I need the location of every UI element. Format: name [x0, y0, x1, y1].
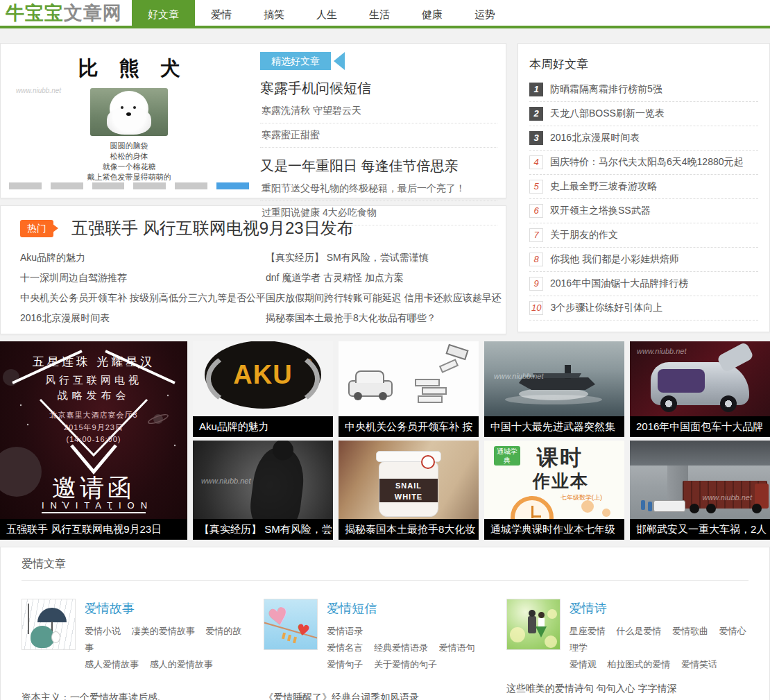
carousel-indicator[interactable] — [9, 182, 42, 189]
site-header: 牛宝宝 文章网 好文章 爱情 搞笑 人生 生活 健康 运势 — [0, 0, 770, 28]
weekly-item[interactable]: 5史上最全野三坡春游攻略 — [529, 175, 758, 199]
love-messages-thumbnail[interactable]: ♥ ♥ — [264, 599, 318, 650]
weekly-sidebar: 本周好文章 1防晒霜隔离霜排行榜前5强 2天龙八部BOSS刷新一览表 32016… — [517, 43, 770, 332]
hot-headline[interactable]: 五强联手 风行互联网电视9月23日发布 — [71, 217, 354, 239]
featured-article-title[interactable]: 又是一年重阳日 每逢佳节倍思亲 — [260, 157, 497, 176]
grid-tile-aircraft-carrier[interactable]: www.niubb.net 中国十大最先进武器突然集 — [484, 341, 624, 437]
love-column-poems: 爱情诗 星座爱情 什么是爱情 爱情歌曲 爱情心理学 爱情观 柏拉图式的爱情 爱情… — [506, 599, 748, 700]
tag-link[interactable]: 爱情歌曲 — [672, 626, 708, 636]
tag-link[interactable]: 爱情句子 — [327, 659, 363, 669]
tag-link[interactable]: 感人的爱情故事 — [150, 659, 213, 669]
dinosaur-illustration — [31, 626, 54, 648]
rank-badge: 2 — [529, 107, 543, 121]
love-stories-thumbnail[interactable] — [22, 599, 76, 650]
grid-tile-van[interactable]: www.niubb.net 2016年中国面包车十大品牌 — [630, 341, 770, 437]
featured-article-link[interactable]: 寒露洗清秋 守望碧云天 — [260, 99, 497, 123]
watermark: www.niubb.net — [702, 493, 752, 502]
hot-link[interactable]: 【真实经历】 SM有风险，尝试需谨慎 — [266, 248, 502, 268]
tile-caption: 中国十大最先进武器突然集 — [484, 416, 624, 437]
tag-link[interactable]: 什么是爱情 — [616, 626, 661, 636]
weekly-item[interactable]: 8你我他 我们都是小彩娃烘焙师 — [529, 248, 758, 272]
logo-text-primary: 牛宝宝 — [6, 1, 64, 26]
tag-link[interactable]: 经典爱情语录 — [374, 642, 428, 653]
weekly-item[interactable]: 4国庆特价：马尔代夫太阳岛6天4晚12880元起 — [529, 151, 758, 175]
nav-item-good-articles[interactable]: 好文章 — [132, 0, 195, 26]
carousel-indicator[interactable] — [175, 182, 207, 189]
tag-link[interactable]: 柏拉图式的爱情 — [607, 659, 670, 669]
love-category-title[interactable]: 爱情故事 — [85, 600, 250, 617]
weekly-item[interactable]: 103个步骤让你练好引体向上 — [529, 296, 758, 321]
grid-tile-invitation-poster[interactable]: 五星连珠 光耀星汉 风行互联网电视 战略发布会 北京嘉里大酒店宴会厅3 2015… — [0, 341, 187, 540]
rank-badge: 8 — [529, 253, 543, 266]
featured-article-link[interactable]: 寒露蜜正甜蜜 — [260, 123, 497, 148]
hot-link[interactable]: 国庆放假期间跨行转账可能延迟 信用卡还款应该趁早还 — [266, 288, 502, 308]
nav-item-life-philosophy[interactable]: 人生 — [300, 0, 353, 26]
umbrella-illustration — [37, 608, 67, 622]
nav-item-fortune[interactable]: 运势 — [459, 0, 511, 26]
love-column-messages: ♥ ♥ 爱情短信 爱情语录 爱情名言 经典爱情语录 — [264, 599, 492, 700]
watermark: www.niubb.net — [637, 347, 687, 355]
love-section-title: 爱情文章 — [22, 557, 748, 581]
love-category-title[interactable]: 爱情短信 — [327, 600, 474, 617]
weekly-item[interactable]: 92016年中国油锯十大品牌排行榜 — [529, 272, 758, 296]
tag-link[interactable]: 感人爱情故事 — [85, 659, 139, 669]
love-article-link[interactable]: 《爱情睡醒了》经典台词季如风语录 — [264, 692, 492, 700]
logo-text-secondary: 文章网 — [64, 1, 122, 26]
love-poems-thumbnail[interactable] — [506, 599, 561, 650]
carousel-indicator[interactable] — [92, 182, 125, 189]
carousel-slide[interactable]: 比熊犬 www.niubb.net 圆圆的脑袋 松松的身体 就像一个棉花糖 戴上… — [9, 51, 249, 191]
hot-link[interactable]: 2016北京漫展时间表 — [20, 308, 266, 328]
tag-link[interactable]: 爱情小说 — [85, 626, 121, 636]
love-column-stories: 爱情故事 爱情小说 凄美的爱情故事 爱情的故事 感人爱情故事 感人的爱情故事 资… — [22, 599, 250, 700]
grid-tile-truck-crash[interactable]: www.niubb.net 邯郸武安又一重大车祸，2人 — [630, 441, 770, 540]
rank-badge: 6 — [529, 204, 543, 218]
tag-link[interactable]: 关于爱情的句子 — [374, 659, 437, 669]
love-article-link[interactable]: 这些唯美的爱情诗句 句句入心 字字情深 — [506, 683, 748, 695]
carousel-indicator[interactable] — [133, 182, 166, 189]
tag-link[interactable]: 凄美的爱情故事 — [132, 626, 195, 636]
page-body: 比熊犬 www.niubb.net 圆圆的脑袋 松松的身体 就像一个棉花糖 戴上… — [0, 43, 770, 700]
bichon-dog-illustration — [90, 88, 168, 136]
grid-tile-sm-story[interactable]: www.niubb.net 【真实经历】 SM有风险，尝 — [193, 441, 333, 540]
carousel-indicator[interactable] — [51, 182, 83, 189]
tag-link[interactable]: 爱情笑话 — [681, 659, 717, 669]
weekly-item[interactable]: 7关于朋友的作文 — [529, 223, 758, 248]
grid-tile-car-allowance[interactable]: 中央机关公务员开领车补 按 — [339, 341, 479, 437]
grid-tile-workbook[interactable]: 通城学典 课时 作业本 七年级数学(上) 通城学典课时作业本七年级 — [484, 441, 624, 540]
hot-link[interactable]: 中央机关公务员开领车补 按级别高低分三六九等是否公平 — [20, 288, 266, 308]
weekly-item[interactable]: 1防晒霜隔离霜排行榜前5强 — [529, 78, 758, 102]
tag-link[interactable]: 爱情观 — [570, 659, 597, 669]
hot-link[interactable]: dnf 魔道学者 古灵精怪 加点方案 — [266, 268, 502, 288]
carousel-indicator-active[interactable] — [216, 182, 249, 189]
weekly-item[interactable]: 32016北京漫展时间表 — [529, 126, 758, 151]
tag-link[interactable]: 星座爱情 — [570, 626, 606, 636]
nav-item-funny[interactable]: 搞笑 — [248, 0, 300, 26]
grid-tile-aku[interactable]: AKU ® Aku品牌的魅力 — [193, 341, 333, 437]
overpass-illustration — [630, 441, 770, 466]
featured-article-link[interactable]: 重阳节送父母礼物的终极秘籍，最后一个亮了！ — [260, 177, 497, 201]
pickup-illustration — [653, 500, 685, 512]
featured-article-title[interactable]: 寒露手机问候短信 — [260, 79, 497, 98]
weekly-item[interactable]: 2天龙八部BOSS刷新一览表 — [529, 102, 758, 126]
nav-item-love[interactable]: 爱情 — [195, 0, 248, 26]
poster-venue: 北京嘉里大酒店宴会厅3 — [0, 410, 187, 420]
love-category-title[interactable]: 爱情诗 — [570, 600, 748, 617]
featured-list: 精选好文章 寒露手机问候短信 寒露洗清秋 守望碧云天 寒露蜜正甜蜜 又是一年重阳… — [249, 51, 497, 191]
tag-link[interactable]: 爱情语句 — [439, 642, 475, 653]
tag-link[interactable]: 爱情名言 — [327, 642, 363, 653]
hot-link[interactable]: 十一深圳周边自驾游推荐 — [20, 268, 266, 288]
tag-link[interactable]: 爱情语录 — [327, 626, 363, 636]
love-article-link[interactable]: 资本主义：一个爱情故事读后感. — [22, 692, 250, 700]
carousel-slide-caption: 圆圆的脑袋 松松的身体 就像一个棉花糖 戴上紫色发带显得萌萌的 — [9, 141, 249, 182]
grid-tile-snail-white[interactable]: SNAIL WHITE 揭秘泰国本土最抢手8大化妆 — [339, 441, 479, 540]
weekly-item[interactable]: 6双开领主之塔换SS武器 — [529, 199, 758, 223]
main-nav: 好文章 爱情 搞笑 人生 生活 健康 运势 — [132, 0, 511, 26]
nav-item-health[interactable]: 健康 — [406, 0, 459, 26]
hot-link[interactable]: Aku品牌的魅力 — [20, 248, 266, 268]
rank-badge: 7 — [529, 228, 543, 242]
heart-icon: ♥ — [266, 603, 291, 631]
hot-link[interactable]: 揭秘泰国本土最抢手8大化妆品有哪些？ — [266, 308, 502, 328]
nav-item-lifestyle[interactable]: 生活 — [353, 0, 406, 26]
site-logo[interactable]: 牛宝宝 文章网 — [0, 0, 132, 26]
rank-badge: 4 — [529, 155, 543, 169]
